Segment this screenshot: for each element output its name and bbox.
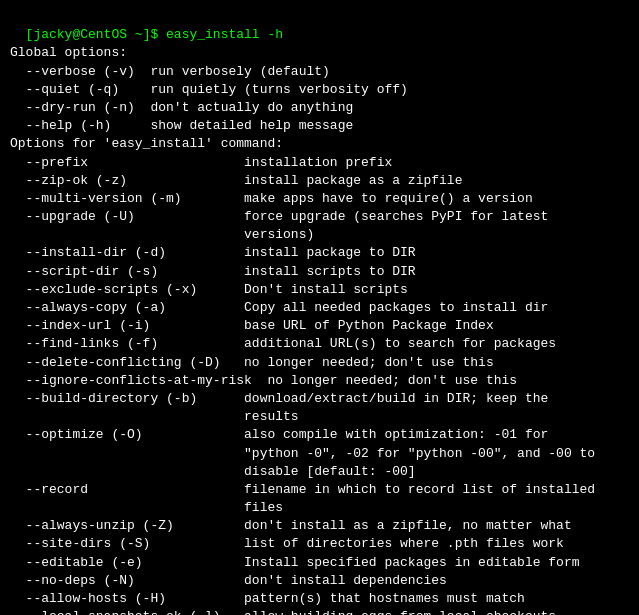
terminal-line: Options for 'easy_install' command: bbox=[10, 135, 629, 153]
terminal-line: --always-copy (-a) Copy all needed packa… bbox=[10, 299, 629, 317]
terminal-line: --no-deps (-N) don't install dependencie… bbox=[10, 572, 629, 590]
terminal-line: --delete-conflicting (-D) no longer need… bbox=[10, 354, 629, 372]
terminal-line: --always-unzip (-Z) don't install as a z… bbox=[10, 517, 629, 535]
terminal-line: "python -0", -02 for "python -00", and -… bbox=[10, 445, 629, 463]
terminal-line: disable [default: -00] bbox=[10, 463, 629, 481]
terminal-line: --prefix installation prefix bbox=[10, 154, 629, 172]
terminal-line: --optimize (-O) also compile with optimi… bbox=[10, 426, 629, 444]
terminal-line: --exclude-scripts (-x) Don't install scr… bbox=[10, 281, 629, 299]
terminal-line: --dry-run (-n) don't actually do anythin… bbox=[10, 99, 629, 117]
terminal-line: --editable (-e) Install specified packag… bbox=[10, 554, 629, 572]
terminal-output: Global options: --verbose (-v) run verbo… bbox=[10, 44, 629, 615]
terminal-line: --help (-h) show detailed help message bbox=[10, 117, 629, 135]
terminal-line: --allow-hosts (-H) pattern(s) that hostn… bbox=[10, 590, 629, 608]
terminal-line: --local-snapshots-ok (-l) allow building… bbox=[10, 608, 629, 615]
terminal-line: --upgrade (-U) force upgrade (searches P… bbox=[10, 208, 629, 226]
terminal-line: --quiet (-q) run quietly (turns verbosit… bbox=[10, 81, 629, 99]
terminal-line: --install-dir (-d) install package to DI… bbox=[10, 244, 629, 262]
terminal-line: --site-dirs (-S) list of directories whe… bbox=[10, 535, 629, 553]
terminal-line: --build-directory (-b) download/extract/… bbox=[10, 390, 629, 408]
terminal-line: --index-url (-i) base URL of Python Pack… bbox=[10, 317, 629, 335]
terminal-line: --find-links (-f) additional URL(s) to s… bbox=[10, 335, 629, 353]
terminal-line: --verbose (-v) run verbosely (default) bbox=[10, 63, 629, 81]
terminal-line: --script-dir (-s) install scripts to DIR bbox=[10, 263, 629, 281]
terminal-line: versions) bbox=[10, 226, 629, 244]
terminal-line: files bbox=[10, 499, 629, 517]
terminal-line: Global options: bbox=[10, 44, 629, 62]
terminal-line: --record filename in which to record lis… bbox=[10, 481, 629, 499]
terminal-line: --zip-ok (-z) install package as a zipfi… bbox=[10, 172, 629, 190]
prompt-line: [jacky@CentOS ~]$ easy_install -h bbox=[26, 27, 283, 42]
terminal-line: --ignore-conflicts-at-my-risk no longer … bbox=[10, 372, 629, 390]
terminal-line: results bbox=[10, 408, 629, 426]
terminal: [jacky@CentOS ~]$ easy_install -h bbox=[10, 8, 629, 44]
terminal-line: --multi-version (-m) make apps have to r… bbox=[10, 190, 629, 208]
